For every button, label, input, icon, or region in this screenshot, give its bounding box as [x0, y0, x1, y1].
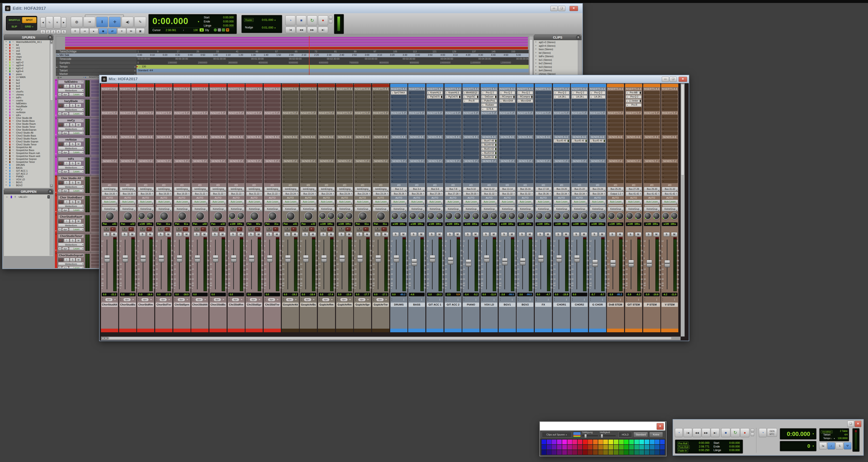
inserts-fj-label[interactable]: INSERTS F-J — [462, 112, 479, 114]
insert-slot[interactable] — [246, 131, 262, 135]
plugin-bypass-tag[interactable] — [459, 96, 460, 98]
brightness-slider[interactable] — [599, 435, 616, 436]
send-slot[interactable] — [373, 179, 389, 183]
strip-name-plate[interactable]: Chr2StdSpr — [246, 303, 262, 307]
palette-color-preview[interactable] — [573, 432, 581, 437]
mute-button[interactable]: M — [76, 258, 81, 262]
insert-slot[interactable] — [644, 103, 660, 107]
input-monitor-button[interactable]: I — [64, 104, 69, 107]
mute-button[interactable]: M — [491, 232, 497, 237]
track-name-label[interactable]: PIANO — [16, 175, 24, 178]
insert-slot[interactable] — [246, 123, 262, 127]
zoomer-tool[interactable]: ⊕ — [71, 17, 83, 27]
group-selector[interactable]: KeineGrup▼ — [120, 207, 136, 211]
track-view-selector[interactable]: Wellenform▾ — [58, 147, 84, 150]
send-slot[interactable] — [318, 171, 334, 175]
input-selector[interactable]: keinEingng▼ — [138, 187, 154, 191]
inserts-fj-label[interactable]: INSERTS F-J — [354, 112, 371, 114]
send-slot[interactable] — [590, 163, 606, 167]
send-slot[interactable] — [192, 171, 208, 175]
output-window-icon[interactable]: † — [640, 192, 641, 196]
dyn-button[interactable]: dyn — [304, 298, 311, 301]
inserts-fj-label[interactable]: INSERTS F-J — [535, 112, 552, 114]
insert-slot[interactable] — [156, 131, 172, 135]
track-dot-icon[interactable]: • — [6, 137, 7, 140]
insert-slot[interactable] — [554, 127, 569, 131]
track-list-item[interactable]: •≈Gospelchor Bass — [4, 149, 50, 152]
send-slot[interactable]: Bus47-48 — [481, 139, 497, 143]
send-slot[interactable] — [391, 163, 407, 167]
insert-plugin-name[interactable]: LA-2A L — [592, 95, 605, 98]
edit-insert-slot[interactable] — [91, 257, 100, 260]
mute-button[interactable]: M — [364, 232, 370, 237]
pan-knob-left[interactable] — [482, 212, 489, 220]
edit-insert-slot[interactable] — [91, 171, 100, 174]
pan-display[interactable]: Pan◄32 — [300, 222, 316, 226]
track-dot-icon[interactable]: • — [6, 131, 7, 133]
edit-insert-slot[interactable] — [91, 241, 100, 244]
insert-slot[interactable] — [608, 119, 623, 123]
insert-slot[interactable] — [590, 103, 606, 107]
insert-slot[interactable] — [228, 115, 244, 119]
send-slot[interactable] — [554, 155, 569, 159]
inserts-fj-label[interactable]: INSERTS F-J — [300, 112, 317, 114]
insert-slot[interactable] — [282, 131, 298, 135]
send-slot[interactable] — [282, 143, 298, 147]
edit-insert-slot[interactable] — [91, 203, 100, 206]
input-selector[interactable]: keinEingng▼ — [264, 187, 281, 191]
insert-slot[interactable]: KramrHLS — [427, 91, 443, 95]
insert-slot[interactable] — [102, 95, 118, 99]
color-swatch[interactable] — [634, 439, 639, 444]
insert-slot[interactable] — [445, 107, 461, 111]
insert-slot[interactable] — [535, 131, 551, 135]
track-list-item[interactable]: •≈LV MAIN — [4, 76, 50, 79]
timebase-clock-icon[interactable]: ◔ — [58, 96, 59, 98]
spuren-scrollbar[interactable]: ▲ ▼ — [50, 40, 53, 188]
solo-button[interactable]: S — [248, 232, 254, 237]
pan-knob-left[interactable] — [518, 212, 525, 220]
track-list-item[interactable]: •≈Chor Studio Tenor — [4, 125, 50, 128]
send-slot[interactable] — [337, 147, 352, 151]
input-monitor-button[interactable]: ▮ — [212, 227, 218, 231]
track-list-item[interactable]: •≈bv1 — [4, 79, 50, 82]
color-swatch[interactable] — [598, 444, 603, 450]
track-dot-icon[interactable]: • — [6, 78, 7, 81]
ruler-label-minsek[interactable]: ☰▾Min:Sek — [56, 53, 136, 57]
pan-display[interactable]: Pan◄32 — [210, 222, 226, 226]
dyn-button[interactable]: dyn — [62, 170, 69, 173]
clip-indicator[interactable] — [366, 237, 370, 239]
send-slot[interactable] — [354, 163, 370, 167]
insert-slot[interactable]: MicroShift — [517, 99, 533, 103]
pan-knob-right[interactable] — [598, 212, 606, 220]
input-monitor-button[interactable]: I — [64, 200, 69, 204]
track-name-label[interactable]: Chor2 Studio Tenor — [16, 143, 36, 146]
timebase-clock-icon[interactable]: ◔ — [58, 250, 59, 253]
insert-slot[interactable] — [373, 123, 389, 127]
track-dot-icon[interactable]: • — [6, 96, 7, 98]
inserts-fj-label[interactable]: INSERTS F-J — [155, 112, 173, 114]
track-dot-icon[interactable]: • — [6, 90, 7, 93]
send-slot[interactable] — [463, 171, 479, 175]
sends-ae-label[interactable]: SENDS A-E — [300, 135, 317, 138]
track-name-label[interactable]: WahrheitMixHOFA_44.1 — [16, 40, 42, 43]
output-selector[interactable]: Bus 21-22† — [264, 192, 281, 196]
insert-slot[interactable] — [535, 103, 551, 107]
edit-maximize-button[interactable]: ❏ — [558, 6, 565, 11]
automation-mode-selector[interactable]: Auto Lesen▼ — [644, 199, 660, 204]
send-slot[interactable] — [264, 163, 280, 167]
output-window-icon[interactable]: † — [477, 192, 478, 196]
sends-fj-label[interactable]: SENDS F-J — [535, 160, 552, 162]
color-swatch[interactable] — [644, 450, 650, 455]
send-slot[interactable] — [138, 179, 154, 183]
insert-slot[interactable]: 1176 A — [481, 107, 497, 111]
insert-slot[interactable] — [192, 99, 208, 103]
track-name-label[interactable]: triFx — [16, 114, 21, 117]
inserts-fj-label[interactable]: INSERTS F-J — [227, 112, 245, 114]
insert-slot[interactable] — [264, 115, 280, 119]
send-slot[interactable] — [517, 163, 533, 167]
pan-knob-right[interactable] — [544, 212, 552, 220]
send-slot[interactable] — [337, 179, 352, 183]
send-slot[interactable] — [102, 175, 118, 179]
pan-knob-left[interactable] — [536, 212, 543, 220]
inserts-ae-label[interactable]: INSERTS A-E — [372, 88, 389, 90]
